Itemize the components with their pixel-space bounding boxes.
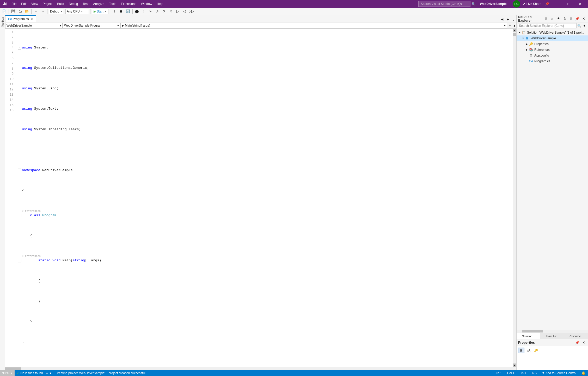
start-button[interactable]: ▶ Start ▼ (92, 9, 108, 14)
namespace-dropdown[interactable]: WebDriverSample ▾ (5, 23, 63, 28)
step2-button[interactable]: ⤷ (148, 9, 154, 14)
editor-dropdown[interactable]: ⌄ (511, 16, 516, 22)
menu-build[interactable]: Build (55, 1, 66, 7)
menu-window[interactable]: Window (139, 1, 154, 7)
redo-button[interactable]: ↪ (40, 9, 46, 14)
scroll-up-arrow[interactable]: ▲ (513, 29, 516, 32)
se-search-button[interactable]: 🔍 (577, 23, 582, 28)
undo-button[interactable]: ↩ (33, 9, 39, 14)
menu-debug[interactable]: Debug (67, 1, 80, 7)
menu-tools[interactable]: Tools (107, 1, 118, 7)
minimize-button[interactable]: ─ (551, 0, 562, 8)
se-btn-show-all[interactable]: 👁 (556, 16, 561, 22)
tree-item-appconfig[interactable]: ▶ ⚙ App.config (517, 53, 588, 58)
scroll-thumb[interactable] (513, 33, 516, 36)
code-line-14: } (18, 319, 513, 324)
tree-item-project[interactable]: ▼ ⊞ WebDriverSample (517, 35, 588, 41)
pin-button[interactable]: 📌 (543, 0, 551, 8)
props-properties-button[interactable]: 🔑 (533, 348, 539, 353)
menu-file[interactable]: File (9, 1, 19, 7)
se-btn-collapse[interactable]: ⊟ (568, 16, 574, 22)
step8-button[interactable]: ▷▷ (188, 9, 194, 14)
se-btn-pin[interactable]: 📌 (574, 16, 580, 22)
maximize-button[interactable]: □ (562, 0, 574, 8)
step6-button[interactable]: ▷ (175, 9, 181, 14)
new-project-button[interactable]: 📄 (1, 9, 7, 14)
collapse-7[interactable]: − (18, 169, 21, 172)
collapse-1[interactable]: − (18, 46, 21, 50)
se-btn-properties[interactable]: ⊞ (543, 16, 549, 22)
source-control-button[interactable]: ⬆ Add to Source Control (539, 370, 579, 376)
se-search-options[interactable]: ▾ (582, 23, 587, 28)
ln-indicator[interactable]: Ln 1 (493, 370, 504, 376)
save-all-button[interactable]: 🗂 (17, 9, 23, 14)
se-btn-home[interactable]: ⌂ (549, 16, 555, 22)
props-categorized-button[interactable]: ⊞ (518, 348, 524, 353)
nav-up-button[interactable]: ▲ (513, 23, 516, 28)
tree-item-programcs[interactable]: ▶ C# Program.cs (517, 58, 588, 64)
menu-extensions[interactable]: Extensions (119, 1, 138, 7)
issues-icon: ✓ (16, 371, 19, 375)
se-hscroll-thumb[interactable] (522, 330, 543, 332)
se-btn-close[interactable]: ✕ (581, 16, 586, 22)
editor-hscrollbar[interactable] (5, 367, 516, 370)
attach-button[interactable]: ⏸ (111, 9, 118, 14)
menu-edit[interactable]: Edit (19, 1, 29, 7)
bkpt-button[interactable]: ⬤ (134, 9, 140, 14)
class-dropdown[interactable]: WebDriverSample.Program ▾ (63, 23, 120, 28)
se-hscrollbar[interactable] (517, 330, 588, 333)
menu-project[interactable]: Project (41, 1, 54, 7)
close-button[interactable]: ✕ (574, 0, 586, 8)
step-button[interactable]: ⤵ (141, 9, 147, 14)
step4-button[interactable]: ⟳ (161, 9, 167, 14)
menu-analyze[interactable]: Analyze (91, 1, 106, 7)
ins-indicator[interactable]: INS (529, 370, 539, 376)
props-pin-button[interactable]: 📌 (574, 340, 580, 346)
step3-button[interactable]: ↗ (154, 9, 161, 14)
scroll-down-arrow[interactable]: ▼ (513, 363, 516, 367)
toolbox-panel[interactable]: Toolbox (0, 15, 5, 370)
col-indicator[interactable]: Col 1 (505, 370, 517, 376)
editor-tab-programcs[interactable]: C# Program.cs ✕ (5, 15, 36, 22)
editor-vscrollbar[interactable]: ▲ ▼ (513, 29, 516, 367)
tree-item-references[interactable]: ▶ 📚 References (517, 47, 588, 53)
editor-scroll-right[interactable]: ▶ (505, 16, 511, 22)
split-editor-button[interactable]: + (507, 23, 513, 28)
se-tab-teamex[interactable]: Team Ex... (540, 333, 564, 339)
line-num-3: 3 (5, 40, 14, 45)
tree-item-solution[interactable]: ▶ 📋 Solution 'WebDriverSample' (1 of 1 p… (517, 30, 588, 35)
menu-test[interactable]: Test (81, 1, 90, 7)
collapse-9[interactable]: − (18, 214, 21, 217)
step5-button[interactable]: ↯ (168, 9, 174, 14)
stop-button[interactable]: ⏹ (118, 9, 124, 14)
method-dropdown[interactable]: ▶ Main(string[] args) ▾ (120, 23, 507, 28)
tab-close-button[interactable]: ✕ (30, 17, 33, 21)
props-close-button[interactable]: ✕ (581, 340, 586, 346)
open-button[interactable]: 📂 (24, 9, 30, 14)
user-avatar[interactable]: PG (513, 0, 520, 8)
restart-button[interactable]: 🔄 (125, 9, 131, 14)
hscroll-thumb[interactable] (5, 367, 21, 370)
se-tab-resource[interactable]: Resource... (564, 333, 588, 339)
global-search-input[interactable] (418, 1, 470, 7)
notification-icon[interactable]: 🔔 (579, 370, 588, 376)
cpu-dropdown[interactable]: Any CPU ▼ (65, 9, 89, 14)
se-search-input[interactable] (518, 23, 577, 28)
editor-scroll-left[interactable]: ◀ (499, 16, 505, 22)
code-content[interactable]: − using System; using System.Collections… (16, 29, 513, 367)
ch-indicator[interactable]: Ch 1 (517, 370, 529, 376)
menu-view[interactable]: View (29, 1, 40, 7)
collapse-11[interactable]: − (18, 259, 21, 262)
live-share-button[interactable]: ↗ Live Share (520, 2, 543, 6)
menu-help[interactable]: Help (155, 1, 165, 7)
se-tab-solution[interactable]: Solution... (517, 333, 540, 339)
se-btn-refresh[interactable]: ↻ (562, 16, 568, 22)
props-alphabetical-button[interactable]: ↕A (525, 348, 532, 353)
search-icon[interactable]: 🔍 (471, 2, 476, 6)
tree-item-properties[interactable]: ▶ 🔑 Properties (517, 41, 588, 47)
step7-button[interactable]: ◁ (181, 9, 188, 14)
zoom-arrow[interactable]: ▼ (10, 372, 13, 374)
code-editor[interactable]: 1 2 3 4 5 6 7 8 9 10 11 12 13 14 15 16 (5, 29, 513, 367)
save-button[interactable]: 💾 (10, 9, 16, 14)
debug-config-dropdown[interactable]: Debug ▼ (49, 9, 64, 14)
